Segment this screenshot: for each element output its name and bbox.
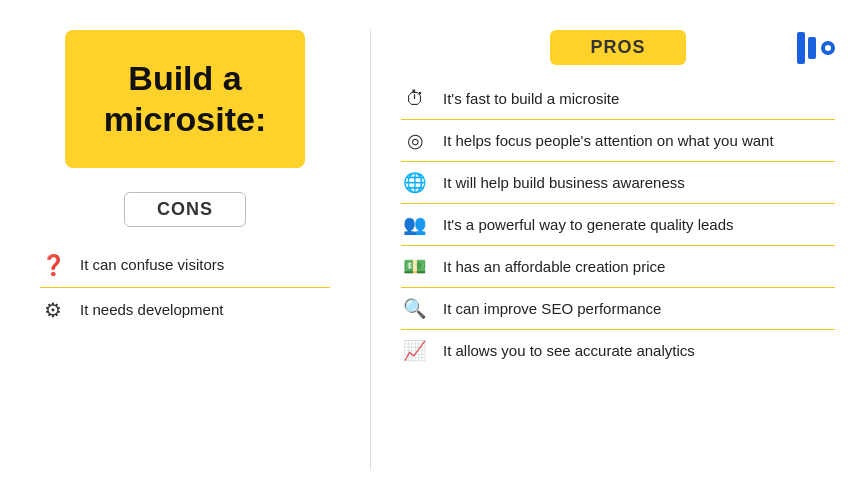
pros-item: 💵 It has an affordable creation price	[401, 246, 835, 288]
cons-badge: CONS	[124, 192, 246, 227]
globe-icon: 🌐	[401, 171, 429, 194]
pros-item: 📈 It allows you to see accurate analytic…	[401, 330, 835, 371]
pros-item-text: It will help build business awareness	[443, 173, 685, 193]
main-container: Build a microsite: CONS ❓ It can confuse…	[0, 0, 865, 500]
pros-item-text: It's fast to build a microsite	[443, 89, 619, 109]
cons-item-text: It needs development	[80, 301, 223, 318]
pros-item-text: It's a powerful way to generate quality …	[443, 215, 734, 235]
pros-item-text: It has an affordable creation price	[443, 257, 665, 277]
search-icon: 🔍	[401, 297, 429, 320]
page-title: Build a microsite:	[104, 59, 267, 138]
left-panel: Build a microsite: CONS ❓ It can confuse…	[30, 30, 340, 470]
pros-item-text: It allows you to see accurate analytics	[443, 341, 695, 361]
pros-item-text: It helps focus people's attention on wha…	[443, 131, 774, 151]
pros-header: PROS	[401, 30, 835, 65]
pros-list: ⏱ It's fast to build a microsite ◎ It he…	[401, 79, 835, 371]
pros-item: 🔍 It can improve SEO performance	[401, 288, 835, 330]
cons-item-text: It can confuse visitors	[80, 256, 224, 273]
pros-badge: PROS	[550, 30, 685, 65]
pros-item: ◎ It helps focus people's attention on w…	[401, 120, 835, 162]
cons-item: ❓ It can confuse visitors	[40, 243, 330, 288]
logo-bar-tall	[797, 32, 805, 64]
pros-item-text: It can improve SEO performance	[443, 299, 661, 319]
cons-section: CONS ❓ It can confuse visitors ⚙ It need…	[30, 192, 340, 332]
pros-item: 👥 It's a powerful way to generate qualit…	[401, 204, 835, 246]
cons-list: ❓ It can confuse visitors ⚙ It needs dev…	[30, 243, 340, 332]
clock-icon: ⏱	[401, 88, 429, 110]
cons-item: ⚙ It needs development	[40, 288, 330, 332]
question-icon: ❓	[40, 253, 66, 277]
logo-mark	[797, 32, 835, 64]
gear-icon: ⚙	[40, 298, 66, 322]
people-icon: 👥	[401, 213, 429, 236]
pros-item: ⏱ It's fast to build a microsite	[401, 79, 835, 120]
right-panel: PROS ⏱ It's fast to build a microsite ◎ …	[401, 30, 835, 470]
title-box: Build a microsite:	[65, 30, 305, 168]
money-icon: 💵	[401, 255, 429, 278]
panel-divider	[370, 30, 371, 470]
target-icon: ◎	[401, 129, 429, 152]
logo-circle	[821, 41, 835, 55]
logo-bar-short	[808, 37, 816, 59]
chart-icon: 📈	[401, 339, 429, 362]
pros-item: 🌐 It will help build business awareness	[401, 162, 835, 204]
